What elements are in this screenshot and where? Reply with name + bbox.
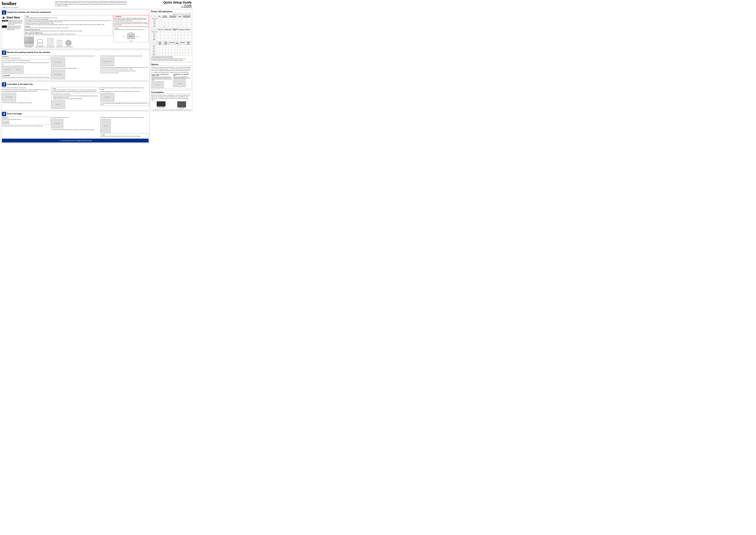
consumable-drum: Drum unit [172,101,192,109]
component-printer: Drum Unit and TonerCartridge Assembly(pr… [24,37,34,47]
step2-sub-h: h. Close the front cover of the machine. [100,72,148,74]
step4-col3: d. Press Go. The machine will print a te… [100,117,148,138]
usb-text: It is recommended to use a USB 2.0 (Type… [25,27,112,29]
step4-header: 4 Print a test page [2,112,148,116]
led-row-ready: Ready [151,26,158,27]
options-col1-desc: The lower paper tray unit can hold up to… [151,76,173,81]
step2-box: 2 Remove the packing material from the m… [1,50,149,81]
consumables-description: When the time comes to replace consumabl… [151,95,192,101]
footnote-4: The machine continues printing until the… [151,60,192,61]
safety-guide-label: Product Safety Guide [35,46,45,47]
eu-only-label: (EU Only) [6,7,11,8]
table-row: Paper ○○○○○ [151,36,192,37]
footnote-2: 2 The LED will blink ON and OFF at 0.5 s… [151,57,192,58]
step1-note-box: 📝 Note • The components included in the … [24,15,112,36]
led-row-toner: Toner [151,19,158,21]
step2-title: Remove the packing material from the mac… [7,50,50,53]
step2-caution: ⚠ CAUTION DO NOT eat the silica gel pack… [2,74,50,79]
step3-content: a. Pull the paper tray completely out of… [2,87,148,109]
step3-sub-d-item1: The paper is below the maximum paper mar… [53,95,99,97]
usb-section: USB cable [25,26,112,27]
led-panel-title: Printer LED Indications [151,11,192,13]
table-row: Error ○○○○○ [151,24,192,26]
model-name-1: HL-5440D [163,4,192,6]
network-section: Network cable (HL-5440D(NT) only) [25,32,112,34]
cd-label: Installer CD-ROM [64,46,72,47]
table-row: Ready ● ○ ● ○ ○ [151,39,192,41]
step2-caution-text: DO NOT eat the silica gel pack. Please t… [3,76,50,78]
svg-text:Machine: Machine [129,36,133,37]
footnote-3: 3 The yellow LED will blink in a pattern… [151,58,192,60]
table-row: Ready ○○○○○ ● [151,54,192,56]
step4-sub-c: c. After the machine has finished warmin… [51,129,99,130]
cd-image [66,40,71,46]
table-row: Ready ○Dimmed●●● [151,26,192,27]
footnote-1: 1 The LED will blink ON and OFF at 1 sec… [151,56,192,57]
step1-note2-title: 📝 Note [114,28,148,29]
step4-number: 4 [2,112,6,116]
parallel-section: Parallel cable (HL-5440D only) [25,29,112,30]
arrow-icon: ► [2,15,6,20]
step1-number: 1 [2,11,6,14]
step2-important: ⊕ Important DO NOT plug in the AC power … [2,55,50,60]
brother-logo: brother [2,1,16,6]
page-header: brother ® CE (EU Only) ENG Version 0 Tha… [0,0,193,9]
step1-warning-text: • Plastic bags are used in the packing o… [114,17,148,26]
step2-sub-a: a. Remove the packing tape from the outs… [2,60,50,62]
lower-tray-image: Lower Tray [151,81,164,88]
led-row-error: Error [151,24,158,26]
led-th-sleep: Sleep/Deep Sleep [161,15,168,18]
components-row: Drum Unit and TonerCartridge Assembly(pr… [24,37,112,47]
step4-important-title: ⊕ Important [2,117,9,118]
step3-note2-text: 🔍 For more information about recommended… [101,103,148,105]
table-row: Paper ○○ ● ● ● ● [151,51,192,52]
svg-text:100mm (4in): 100mm (4in) [129,32,133,33]
step3-img-d: paper in tray [51,100,65,109]
led-row-back-cover: Back Cover [151,18,158,19]
options-description: The machine has the following optional a… [151,67,192,71]
step3-sub-d-item2: The side to be printed on is face down. [53,97,99,98]
network-text: Use a straight-through Category 5 (or gr… [25,34,112,35]
header-left: brother ® CE (EU Only) ENG Version 0 [2,1,19,8]
printer-image [24,37,34,44]
step2-img-a: printer side [2,66,13,73]
step2-content: ⊕ Important DO NOT plug in the AC power … [2,55,148,80]
power-cord-image [57,40,62,46]
header-right: Quick Setup Guide HL-5440D HL-5450DN(T) [163,1,192,8]
warning-block: ⚠ WARNING WARNING indicates a potentiall… [2,20,23,25]
consumables-note: 🔍 For replacing the consumable items, se… [151,109,192,110]
step2-img-b: MP tray [13,66,24,73]
table-row: Error ● ● ● ○ ● ● [151,52,192,54]
step4-no-cable-icon: no cable [2,121,10,124]
consumables-panel: Consumables When the time comes to repla… [150,90,192,111]
step2-sub-g: g. Put the drum unit and toner cartridge… [100,70,148,72]
svg-text:150mm: 150mm [123,36,125,37]
step1-title: Unpack the machine and check the compone… [7,11,51,13]
led-table1: OFF Sleep/Deep Sleep Warming Up/Cooling … [151,15,192,27]
step1-warning-title: ⚠ WARNING [114,16,148,17]
step3-col1: a. Pull the paper tray completely out of… [2,87,50,109]
step3-sub-c: c. Fan the stack of paper well to avoid … [2,102,50,104]
step1-warning-box: ⚠ WARNING • Plastic bags are used in the… [113,15,148,26]
table-row: Toner ○○○○○ ● [151,48,192,49]
left-content: 1 Unpack the machine and check the compo… [1,10,149,143]
step2-important-text: DO NOT plug in the AC power cord yet. [2,58,21,59]
safety-guide-image: Product Safety Guide [38,40,42,46]
svg-text:100mm (4in): 100mm (4in) [129,41,133,41]
step3-img-ef: tray inserted [100,93,114,101]
start-here-title: Start Here [7,16,20,19]
step4-note-title: 📝 Note [101,134,148,135]
led-blinking-header: Blinking ● or ● or ● or ● ON ● OFF ○ [151,14,192,15]
step4-col2: b. Turn the machine's power switch on. p… [51,117,99,138]
led-row-drum: Drum [151,21,158,23]
step1-header: 1 Unpack the machine and check the compo… [2,11,148,14]
led-th-empty [151,15,158,18]
step1-note-text: • The components included in the box may… [25,17,112,25]
step4-title: Print a test page [7,112,22,115]
svg-text:150mm: 150mm [136,36,139,37]
options-col2-desc: You can increase the memory by installin… [174,76,191,79]
consumables-items: Toner cartridge Drum unit [151,101,192,109]
warning-text: WARNING indicates a potentially hazardou… [8,20,23,25]
step3-note-title: 📝 Note [52,88,99,89]
led-footnotes: 1 The LED will blink ON and OFF at 1 sec… [151,56,192,61]
